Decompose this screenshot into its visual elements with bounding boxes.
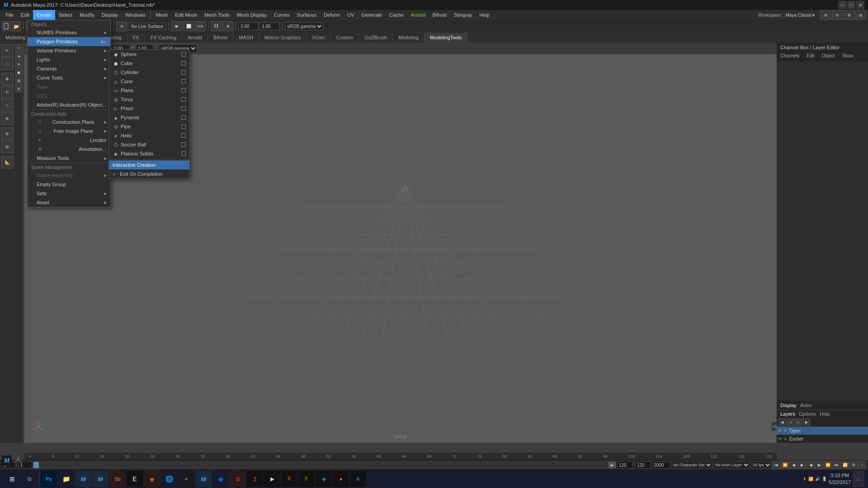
layer-back[interactable]: ◀ bbox=[778, 418, 786, 426]
menu-file[interactable]: File bbox=[2, 10, 17, 20]
panel-collapse[interactable]: ◁ bbox=[771, 422, 777, 431]
menu-stingray[interactable]: Stingray bbox=[450, 10, 476, 20]
poly-cone-option[interactable] bbox=[181, 79, 186, 84]
poly-pyramid-option[interactable] bbox=[181, 115, 186, 120]
tab-mash[interactable]: MASH bbox=[233, 33, 259, 42]
sidebar-select[interactable]: ↖ bbox=[1, 44, 14, 57]
poly-cube[interactable]: ◼ Cube bbox=[109, 59, 189, 68]
menu-surfaces[interactable]: Surfaces bbox=[293, 10, 320, 20]
tab-options[interactable]: Options bbox=[799, 411, 816, 417]
gamma-select[interactable]: sRGB gamma bbox=[285, 22, 323, 30]
sidebar-soft-select[interactable]: ⊛ bbox=[1, 127, 14, 140]
anim-layer-select[interactable]: No Anim Layer bbox=[713, 461, 750, 469]
layer-next[interactable]: ▷ bbox=[795, 418, 802, 426]
time-start-input[interactable] bbox=[238, 22, 259, 30]
menu-free-image-plane[interactable]: □ Free Image Plane bbox=[28, 127, 110, 136]
poly-pipe[interactable]: ⊙ Pipe bbox=[109, 122, 189, 131]
left-panel-btn-3[interactable]: ⊕ bbox=[15, 61, 23, 68]
menu-generate[interactable]: Generate bbox=[358, 10, 386, 20]
poly-interactive-creation[interactable]: Interactive Creation bbox=[109, 160, 189, 169]
tab-fx-caching[interactable]: FX Caching bbox=[145, 33, 182, 42]
tb-open[interactable]: 📂 bbox=[12, 21, 21, 31]
pb-play-bwd[interactable]: ◀ bbox=[807, 461, 815, 469]
poly-cylinder[interactable]: ⬡ Cylinder bbox=[109, 68, 189, 77]
poly-platonic[interactable]: ◈ Platonic Solids bbox=[109, 149, 189, 158]
taskbar-autodesk[interactable]: A bbox=[350, 471, 366, 487]
poly-plane-option[interactable] bbox=[181, 88, 186, 93]
poly-helix-option[interactable] bbox=[181, 133, 186, 138]
tray-network[interactable]: 📶 bbox=[808, 477, 813, 481]
left-panel-btn-1[interactable]: V bbox=[15, 44, 23, 52]
character-set-select[interactable]: No Character Set bbox=[671, 461, 712, 469]
taskbar-substance3[interactable]: P bbox=[281, 471, 297, 487]
taskbar-marvelous[interactable]: ◈ bbox=[316, 471, 332, 487]
tb-new[interactable] bbox=[2, 21, 11, 31]
layout-btn-1[interactable]: ⊞ bbox=[820, 10, 831, 20]
menu-modify[interactable]: Modify bbox=[76, 10, 98, 20]
pb-next-frame[interactable]: ▶ bbox=[815, 461, 823, 469]
menu-cache[interactable]: Cache bbox=[386, 10, 407, 20]
time-end-input[interactable] bbox=[259, 22, 280, 30]
tray-icon-1[interactable]: ⬆ bbox=[803, 477, 807, 481]
tb-render-set[interactable]: ⚙ bbox=[116, 21, 127, 31]
taskbar-zbrush[interactable]: Z bbox=[247, 471, 263, 487]
pb-audio[interactable]: ♪ bbox=[858, 461, 866, 469]
menu-display[interactable]: Display bbox=[98, 10, 122, 20]
clock[interactable]: 3:10 PM 5/22/2017 bbox=[829, 472, 851, 486]
menu-asset[interactable]: Asset bbox=[28, 198, 110, 207]
tab-modeling-tools[interactable]: ModelingTools bbox=[425, 33, 467, 42]
menu-curves[interactable]: Curves bbox=[270, 10, 293, 20]
taskbar-unreal[interactable]: ▶ bbox=[264, 471, 280, 487]
poly-helix[interactable]: ⌀ Helix bbox=[109, 131, 189, 140]
poly-sphere-option[interactable] bbox=[181, 52, 186, 56]
tab-show[interactable]: Show bbox=[838, 52, 857, 61]
poly-cylinder-option[interactable] bbox=[181, 70, 186, 75]
tab-motion-graphics[interactable]: Motion Graphics bbox=[259, 33, 307, 42]
timeline-slider[interactable]: ▶ bbox=[33, 461, 616, 469]
tb-pause[interactable]: ⏸ bbox=[222, 21, 233, 31]
poly-cone[interactable]: △ Cone bbox=[109, 77, 189, 86]
menu-volume-primitives[interactable]: Volume Primitives bbox=[28, 46, 110, 55]
pb-next-key[interactable]: ⏩ bbox=[824, 461, 832, 469]
tab-arnold[interactable]: Arnold bbox=[182, 33, 208, 42]
layer-open[interactable]: ✏ V Open bbox=[777, 427, 868, 435]
playhead[interactable] bbox=[33, 462, 39, 468]
range-end-input[interactable] bbox=[635, 461, 651, 469]
pb-go-end[interactable]: ⏭ bbox=[832, 461, 840, 469]
menu-locator[interactable]: + Locator bbox=[28, 136, 110, 145]
menu-sets[interactable]: Sets bbox=[28, 189, 110, 198]
tab-modeling2[interactable]: Modeling bbox=[393, 33, 425, 42]
taskbar-shotgun[interactable]: S bbox=[230, 471, 246, 487]
taskbar-dropbox[interactable]: ◆ bbox=[212, 471, 229, 487]
sidebar-lasso[interactable]: ◌ bbox=[1, 57, 14, 70]
poly-soccer-option[interactable] bbox=[181, 142, 186, 147]
pb-go-start[interactable]: ⏮ bbox=[772, 461, 780, 469]
sidebar-scale[interactable]: ⤡ bbox=[1, 99, 14, 112]
layer-prev[interactable]: ◁ bbox=[787, 418, 794, 426]
taskbar-maya-3[interactable]: M bbox=[195, 471, 212, 487]
tab-layers[interactable]: Layers bbox=[780, 411, 795, 417]
poly-plane[interactable]: ▭ Plane bbox=[109, 86, 189, 95]
layer-forward[interactable]: ▶ bbox=[803, 418, 810, 426]
max-frame-input[interactable] bbox=[652, 461, 670, 469]
menu-windows[interactable]: Windows bbox=[122, 10, 149, 20]
tab-object[interactable]: Object bbox=[818, 52, 839, 61]
menu-curve-tools[interactable]: Curve Tools bbox=[28, 73, 110, 82]
tray-sound[interactable]: 🔊 bbox=[815, 477, 820, 481]
poly-torus[interactable]: ◎ Torus bbox=[109, 95, 189, 104]
sidebar-show-manip[interactable]: ⊞ bbox=[1, 141, 14, 153]
maximize-button[interactable]: □ bbox=[847, 1, 855, 9]
tb-show-render[interactable]: 🎞 bbox=[211, 21, 222, 31]
show-desktop[interactable]: □ bbox=[853, 471, 864, 487]
taskbar-substance[interactable]: Sb bbox=[109, 471, 126, 487]
poly-prism-option[interactable] bbox=[181, 106, 186, 111]
tab-edit[interactable]: Edit bbox=[803, 52, 818, 61]
poly-prism[interactable]: ▷ Prism bbox=[109, 104, 189, 113]
layout-btn-2[interactable]: ⊟ bbox=[832, 10, 843, 20]
poly-soccer-ball[interactable]: ⬠ Soccer Ball bbox=[109, 140, 189, 149]
pb-play-fwd[interactable]: ▶ bbox=[798, 461, 806, 469]
menu-cameras[interactable]: Cameras bbox=[28, 64, 110, 73]
sidebar-move[interactable]: ✥ bbox=[1, 73, 14, 85]
taskbar-substance4[interactable]: ● bbox=[333, 471, 349, 487]
tab-bifrost[interactable]: Bifrost bbox=[208, 33, 233, 42]
